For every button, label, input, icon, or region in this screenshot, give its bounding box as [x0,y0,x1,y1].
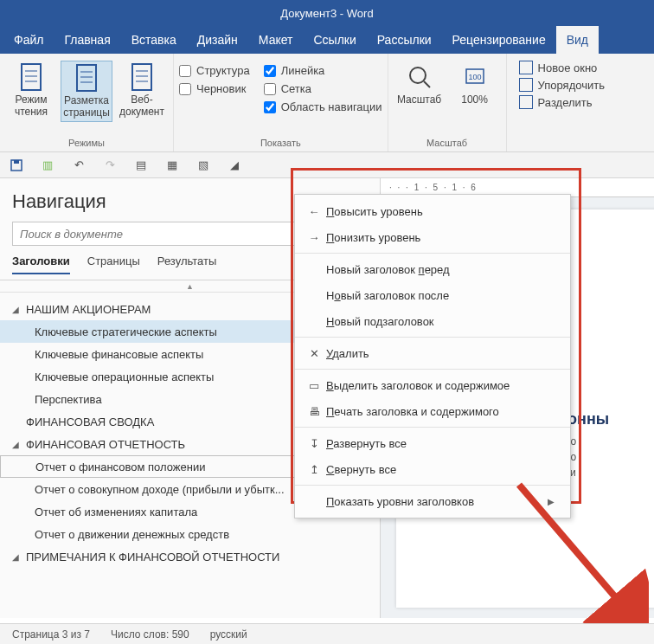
context-menu-item[interactable]: Показать уровни заголовков▶ [295,488,570,514]
view-mode-button[interactable]: Режимчтения [5,61,57,120]
menu-separator [295,427,570,428]
percent-icon: 100 [460,62,490,92]
menu-главная[interactable]: Главная [54,26,120,54]
document-icon [72,63,101,93]
document-icon [16,62,46,92]
status-page[interactable]: Страница 3 из 7 [12,628,90,641]
menu-item-icon: → [302,231,326,244]
svg-rect-17 [14,160,19,164]
checkbox-Линейка[interactable]: Линейка [264,64,382,77]
qa-btn-3[interactable]: ▧ [196,158,211,173]
window-title: Документ3 - Word [280,7,373,20]
menu-separator [295,485,570,486]
tree-heading-2[interactable]: Отчет о движении денежных средств [0,523,380,545]
view-mode-button[interactable]: Веб-документ [116,61,168,120]
svg-rect-8 [132,64,151,90]
svg-rect-4 [77,65,96,91]
menu-separator [295,337,570,338]
qa-btn-2[interactable]: ▦ [164,158,180,173]
menu-item-icon: ← [302,205,326,218]
expand-icon[interactable]: ◢ [12,552,22,562]
ribbon-group-modes: РежимчтенияРазметкастраницыВеб-документ … [0,54,174,151]
context-menu-item[interactable]: 🖶Печать заголовка и содержимого [295,398,570,424]
expand-icon[interactable]: ◢ [12,305,22,314]
ribbon-group-zoom: Масштаб 100 100% Масштаб [388,54,507,151]
status-words[interactable]: Число слов: 590 [111,628,189,641]
group-label-modes: Режимы [5,136,168,151]
svg-text:100: 100 [468,73,481,81]
window-icon [519,78,533,92]
menu-separator [295,253,570,254]
menu-item-icon: ↧ [302,437,326,450]
checkbox-Структура[interactable]: Структура [179,64,250,77]
context-menu-item[interactable]: ↧Развернуть все [295,430,570,456]
checkbox-Область навигации[interactable]: Область навигации [264,100,382,113]
menu-item-icon: ▭ [302,379,326,392]
svg-point-12 [410,68,426,83]
menu-ссылки[interactable]: Ссылки [303,26,366,54]
checkbox-Сетка[interactable]: Сетка [264,82,382,95]
eraser-icon[interactable]: ◢ [227,158,242,173]
window-option[interactable]: Упорядочить [519,78,605,92]
context-menu-item[interactable]: ←Повысить уровень [295,198,570,224]
window-option[interactable]: Новое окно [519,61,605,74]
menu-макет[interactable]: Макет [248,26,304,54]
ribbon-group-show: СтруктураЧерновик ЛинейкаСеткаОбласть на… [174,54,388,151]
context-menu-item[interactable]: Новый заголовок после [295,282,570,308]
nav-tab-0[interactable]: Заголовки [12,254,70,274]
tree-heading-1[interactable]: ◢ПРИМЕЧАНИЯ К ФИНАНСОВОЙ ОТЧЕТНОСТИ [0,545,380,568]
menu-вид[interactable]: Вид [556,26,599,54]
ribbon-group-window: Новое окноУпорядочитьРазделить [507,54,617,151]
context-menu: ←Повысить уровень→Понизить уровеньНовый … [294,194,571,518]
menu-рецензирование[interactable]: Рецензирование [442,26,556,54]
menu-рассылки[interactable]: Рассылки [367,26,442,54]
status-lang[interactable]: русский [210,628,247,641]
window-option[interactable]: Разделить [519,95,605,109]
svg-rect-0 [22,64,41,90]
view-mode-button[interactable]: Разметкастраницы [61,61,112,122]
expand-icon[interactable]: ◢ [12,440,22,449]
chevron-right-icon: ▶ [548,497,555,506]
ribbon: РежимчтенияРазметкастраницыВеб-документ … [0,54,654,152]
menu-вставка[interactable]: Вставка [121,26,187,54]
magnifier-icon [405,62,434,92]
undo-icon[interactable]: ↶ [71,158,87,173]
context-menu-item[interactable]: ↥Свернуть все [295,456,570,482]
context-menu-item[interactable]: →Понизить уровень [295,224,570,250]
status-bar: Страница 3 из 7 Число слов: 590 русский [0,623,654,644]
zoom-button[interactable]: Масштаб [394,61,446,108]
nav-tab-1[interactable]: Страницы [87,254,140,274]
folder-icon[interactable]: ▥ [40,158,55,173]
document-icon [127,62,157,92]
context-menu-item[interactable]: ▭Выделить заголовок и содержимое [295,372,570,398]
menu-дизайн[interactable]: Дизайн [187,26,248,54]
menu-bar: ФайлГлавнаяВставкаДизайнМакетСсылкиРассы… [0,26,654,54]
group-label-zoom: Масштаб [394,136,501,151]
svg-line-13 [424,81,430,87]
nav-tab-2[interactable]: Результаты [157,254,216,274]
window-icon [519,61,533,74]
context-menu-item[interactable]: Новый заголовок перед [295,256,570,282]
quick-access-toolbar: ▥ ↶ ↷ ▤ ▦ ▧ ◢ [0,152,654,178]
qa-btn-1[interactable]: ▤ [133,158,149,173]
menu-item-icon: ↥ [302,463,326,476]
checkbox-Черновик[interactable]: Черновик [179,82,250,95]
zoom-100-button[interactable]: 100 100% [449,61,501,108]
context-menu-item[interactable]: Новый подзаголовок [295,308,570,334]
menu-item-icon: ✕ [302,347,326,360]
menu-separator [295,369,570,370]
context-menu-item[interactable]: ✕Удалить [295,340,570,366]
redo-icon[interactable]: ↷ [102,158,118,173]
menu-файл[interactable]: Файл [3,26,54,54]
save-icon[interactable] [9,158,24,173]
title-bar: Документ3 - Word [0,0,654,26]
group-label-show: Показать [179,136,382,151]
window-icon [519,95,533,109]
menu-item-icon: 🖶 [302,405,326,418]
